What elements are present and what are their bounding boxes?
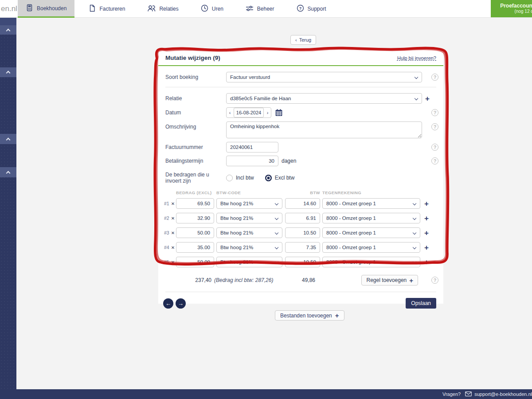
sidebar-section-toggle[interactable] xyxy=(0,167,16,177)
btw-input[interactable] xyxy=(285,227,320,238)
trial-account-button[interactable]: Proefaccount omzetten (nog 12 dagen) xyxy=(491,0,532,17)
tegenrekening-select[interactable]: 8000 - Omzet groep 1 xyxy=(322,227,420,238)
back-button-label: Terug xyxy=(299,37,312,43)
help-link[interactable]: Hulp bij invoeren? xyxy=(397,55,436,61)
row-number-label: #4 xyxy=(164,245,169,250)
tab-boekhouden[interactable]: Boekhouden xyxy=(18,0,74,18)
lines-header: BEDRAG (EXCL) BTW-CODE BTW TEGENREKENING xyxy=(164,190,438,195)
help-question-icon[interactable]: ? xyxy=(431,277,438,284)
date-prev-button[interactable]: ‹ xyxy=(227,110,233,115)
col-header-bedrag: BEDRAG (EXCL) xyxy=(176,190,214,195)
chevron-down-icon xyxy=(413,231,416,235)
omschrijving-textarea[interactable] xyxy=(226,121,422,138)
btw-code-select[interactable]: Btw hoog 21% xyxy=(216,242,282,253)
factuurnummer-label: Factuurnummer xyxy=(165,144,226,150)
row-number: #3 ✕ xyxy=(164,230,176,235)
relatie-value: d385e0c5 Familie de Haan xyxy=(230,96,291,101)
tab-label: Relaties xyxy=(159,6,178,12)
envelope-icon xyxy=(465,391,472,397)
date-input[interactable] xyxy=(234,108,264,117)
tegenrekening-value: 8000 - Omzet groep 1 xyxy=(326,201,376,206)
people-icon xyxy=(147,5,156,13)
footer-email-link[interactable]: support@e-boekhouden.nl xyxy=(465,391,532,397)
btw-code-select[interactable]: Btw hoog 21% xyxy=(216,198,282,209)
radio-excl-btw[interactable] xyxy=(265,175,272,181)
date-next-button[interactable]: › xyxy=(264,110,271,115)
sidebar-section-toggle[interactable] xyxy=(0,25,16,35)
btw-input[interactable] xyxy=(285,242,320,253)
delete-row-icon[interactable]: ✕ xyxy=(171,260,175,265)
btw-code-select[interactable]: Btw hoog 21% xyxy=(216,227,282,238)
row-number-label: #2 xyxy=(164,215,169,221)
omschrijving-label: Omschrijving xyxy=(165,124,226,130)
btw-input[interactable] xyxy=(285,198,320,209)
tegenrekening-select[interactable]: 8000 - Omzet groep 1 xyxy=(322,242,420,253)
btw-code-select[interactable]: Btw hoog 21% xyxy=(216,257,282,267)
row-number: #2 ✕ xyxy=(164,215,176,221)
delete-row-icon[interactable]: ✕ xyxy=(171,245,175,250)
tab-support[interactable]: ? Support xyxy=(289,0,334,18)
add-relatie-button[interactable]: + xyxy=(425,95,430,102)
delete-row-icon[interactable]: ✕ xyxy=(171,201,175,206)
soort-boeking-select[interactable]: Factuur verstuurd xyxy=(226,72,422,82)
sidebar-section-toggle[interactable] xyxy=(0,134,16,144)
btw-code-select[interactable]: Btw hoog 21% xyxy=(216,213,282,223)
app-logo[interactable]: en.nl xyxy=(1,4,17,13)
tegenrekening-value: 8000 - Omzet groep 1 xyxy=(326,215,376,221)
chevron-down-icon xyxy=(413,202,416,205)
tab-uren[interactable]: Uren xyxy=(193,0,231,18)
help-question-icon[interactable]: ? xyxy=(431,144,438,151)
delete-row-icon[interactable]: ✕ xyxy=(171,231,175,235)
save-button[interactable]: Opslaan xyxy=(406,298,436,309)
radio-incl-btw[interactable] xyxy=(226,175,233,181)
add-row-button[interactable]: Regel toevoegen + xyxy=(361,275,418,286)
bedrag-input[interactable] xyxy=(176,198,214,209)
back-button[interactable]: ‹ Terug xyxy=(290,35,316,45)
factuurnummer-input[interactable] xyxy=(226,142,278,153)
help-question-icon[interactable]: ? xyxy=(431,157,438,164)
help-question-icon[interactable]: ? xyxy=(431,109,438,116)
row-number-label: #5 xyxy=(164,259,169,265)
tegenrekening-select[interactable]: 8000 - Omzet groep 1 xyxy=(322,198,420,209)
bedrag-input[interactable] xyxy=(176,257,214,267)
betalingstermijn-input[interactable] xyxy=(226,156,278,166)
sidebar-section-toggle[interactable] xyxy=(0,67,16,77)
bedrag-input[interactable] xyxy=(176,242,214,253)
add-line-icon[interactable]: + xyxy=(423,244,430,251)
betalingstermijn-suffix: dagen xyxy=(282,158,296,164)
radio-excl-btw-label[interactable]: Excl btw xyxy=(275,175,295,181)
bedrag-input[interactable] xyxy=(176,213,214,223)
calendar-icon[interactable] xyxy=(275,109,283,117)
chevron-down-icon xyxy=(275,246,278,249)
col-header-btw: BTW xyxy=(285,190,320,195)
tegenrekening-select[interactable]: 8000 - Omzet groep 1 xyxy=(322,213,420,223)
next-mutation-button[interactable]: → xyxy=(176,298,186,309)
add-files-button[interactable]: Bestanden toevoegen + xyxy=(275,310,344,321)
add-line-icon[interactable]: + xyxy=(423,200,430,207)
previous-mutation-button[interactable]: ← xyxy=(163,298,173,309)
add-line-icon[interactable]: + xyxy=(423,258,430,266)
chevron-down-icon xyxy=(275,260,278,264)
relatie-select[interactable]: d385e0c5 Familie de Haan xyxy=(226,93,422,104)
col-header-tegenrekening: TEGENREKENING xyxy=(322,190,420,195)
sidebar-item[interactable] xyxy=(0,18,16,25)
radio-incl-btw-label[interactable]: Incl btw xyxy=(236,175,254,181)
tab-beheer[interactable]: Beheer xyxy=(238,0,282,18)
add-line-icon[interactable]: + xyxy=(423,229,430,237)
footer-questions-link[interactable]: Vragen? xyxy=(442,391,461,397)
tab-relaties[interactable]: Relaties xyxy=(139,0,186,18)
bedrag-input[interactable] xyxy=(176,227,214,238)
sliders-icon xyxy=(246,5,254,13)
tab-factureren[interactable]: Factureren xyxy=(81,0,133,18)
help-question-icon[interactable]: ? xyxy=(431,74,438,81)
help-question-icon[interactable]: ? xyxy=(431,123,438,130)
clock-icon xyxy=(201,4,208,13)
question-icon: ? xyxy=(297,4,304,13)
footer-bar: Vragen? support@e-boekhouden.nl xyxy=(0,389,532,399)
tab-label: Factureren xyxy=(99,6,125,12)
tegenrekening-select[interactable]: 8000 - Omzet groep 1 xyxy=(322,257,420,267)
add-line-icon[interactable]: + xyxy=(423,215,430,222)
delete-row-icon[interactable]: ✕ xyxy=(171,216,175,221)
btw-input[interactable] xyxy=(285,257,320,267)
btw-input[interactable] xyxy=(285,213,320,223)
